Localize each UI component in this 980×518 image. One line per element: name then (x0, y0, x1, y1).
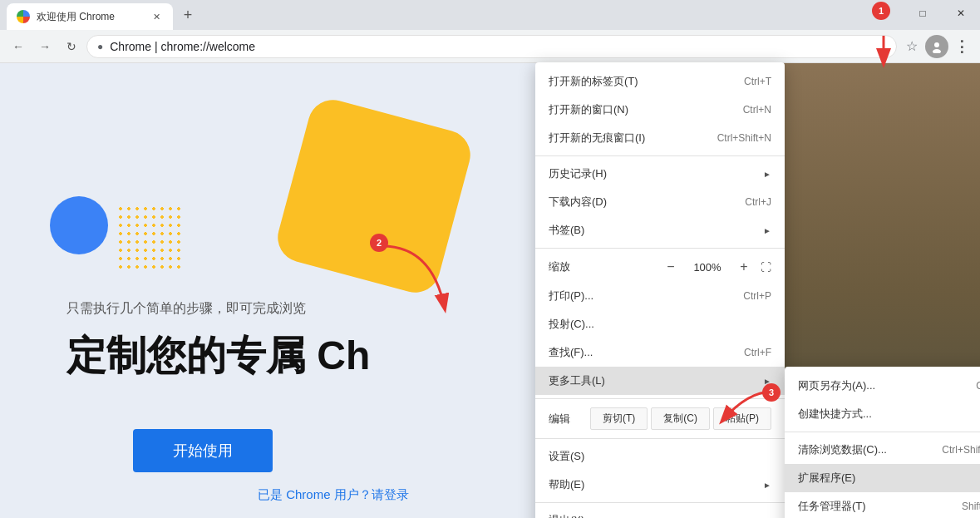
close-button[interactable]: ✕ (942, 0, 980, 27)
page-heading: 定制您的专属 Ch (66, 329, 370, 382)
paste-button[interactable]: 粘贴(P) (713, 407, 771, 430)
submenu-item-shortcut[interactable]: 创建快捷方式... (785, 400, 980, 428)
menu-item-find[interactable]: 查找(F)... Ctrl+F (535, 338, 785, 367)
menu-divider-5 (535, 502, 785, 503)
new-tab-button[interactable]: + (176, 3, 199, 27)
profile-button[interactable] (925, 35, 948, 58)
bookmark-button[interactable]: ☆ (900, 35, 923, 58)
login-link[interactable]: 已是 Chrome 用户？请登录 (258, 487, 409, 503)
submenu-divider-1 (785, 432, 980, 432)
menu-item-downloads[interactable]: 下载内容(D) Ctrl+J (535, 188, 785, 216)
menu-divider-2 (535, 248, 785, 249)
svg-point-1 (933, 49, 941, 53)
tab-favicon (17, 10, 30, 23)
main-menu-dropdown: 打开新的标签页(T) Ctrl+T 打开新的窗口(N) Ctrl+N 打开新的无… (535, 62, 785, 518)
menu-item-incognito[interactable]: 打开新的无痕窗口(I) Ctrl+Shift+N (535, 124, 785, 152)
reload-button[interactable]: ↻ (60, 35, 83, 58)
browser-window: 欢迎使用 Chrome ✕ + — □ ✕ 1 ← → ↻ ● Chrome |… (0, 0, 980, 518)
cut-button[interactable]: 剪切(T) (590, 407, 648, 430)
copy-button[interactable]: 复制(C) (651, 407, 710, 430)
profile-icon (930, 40, 943, 53)
submenu-item-task-manager[interactable]: 任务管理器(T) Shift+Esc (785, 492, 980, 518)
tab-title: 欢迎使用 Chrome (37, 10, 143, 24)
submenu-item-extensions[interactable]: 扩展程序(E) (785, 464, 980, 492)
menu-item-more-tools[interactable]: 更多工具(L) ► 网页另存为(A)... Ctrl+S 创建快捷方式... 清… (535, 367, 785, 395)
menu-item-bookmarks[interactable]: 书签(B) ► (535, 216, 785, 244)
menu-edit-row: 编辑 剪切(T) 复制(C) 粘贴(P) (535, 402, 785, 435)
menu-item-help[interactable]: 帮助(E) ► (535, 471, 785, 499)
decorative-blue-circle (50, 196, 108, 254)
maximize-button[interactable]: □ (904, 0, 942, 27)
menu-divider-3 (535, 398, 785, 399)
submenu-item-clear-data[interactable]: 清除浏览数据(C)... Ctrl+Shift+Del (785, 436, 980, 464)
toolbar-actions: ☆ ⋮ (900, 35, 973, 58)
title-bar: 欢迎使用 Chrome ✕ + — □ ✕ 1 (0, 0, 980, 30)
decorative-dots (116, 205, 183, 271)
active-tab[interactable]: 欢迎使用 Chrome ✕ (7, 3, 173, 30)
page-subtitle: 只需执行几个简单的步骤，即可完成浏览 (66, 300, 306, 318)
zoom-in-button[interactable]: + (734, 257, 754, 277)
toolbar: ← → ↻ ● Chrome | chrome://welcome ☆ ⋮ (0, 30, 980, 63)
forward-button[interactable]: → (33, 35, 57, 58)
svg-point-0 (934, 42, 939, 47)
fullscreen-button[interactable]: ⛶ (761, 261, 771, 274)
address-text: Chrome | chrome://welcome (110, 40, 255, 53)
menu-item-new-tab[interactable]: 打开新的标签页(T) Ctrl+T (535, 67, 785, 96)
menu-button[interactable]: ⋮ (950, 35, 973, 58)
menu-item-print[interactable]: 打印(P)... Ctrl+P (535, 282, 785, 310)
address-bar[interactable]: ● Chrome | chrome://welcome (86, 35, 897, 58)
start-button[interactable]: 开始使用 (133, 429, 273, 472)
submenu-item-save[interactable]: 网页另存为(A)... Ctrl+S (785, 372, 980, 400)
zoom-value: 100% (687, 261, 727, 274)
zoom-out-button[interactable]: − (661, 257, 681, 277)
menu-item-new-window[interactable]: 打开新的窗口(N) Ctrl+N (535, 96, 785, 124)
more-tools-submenu: 网页另存为(A)... Ctrl+S 创建快捷方式... 清除浏览数据(C)..… (785, 367, 980, 518)
menu-zoom-row: 缩放 − 100% + ⛶ (535, 252, 785, 282)
tab-close-button[interactable]: ✕ (150, 10, 163, 23)
back-button[interactable]: ← (7, 35, 30, 58)
menu-divider-1 (535, 155, 785, 156)
menu-item-exit[interactable]: 退出(X) (535, 506, 785, 518)
menu-item-settings[interactable]: 设置(S) (535, 442, 785, 471)
menu-item-history[interactable]: 历史记录(H) ► (535, 160, 785, 188)
menu-item-cast[interactable]: 投射(C)... (535, 310, 785, 338)
security-icon: ● (97, 41, 103, 52)
menu-divider-4 (535, 438, 785, 439)
annotation-badge-1: 1 (872, 2, 890, 20)
